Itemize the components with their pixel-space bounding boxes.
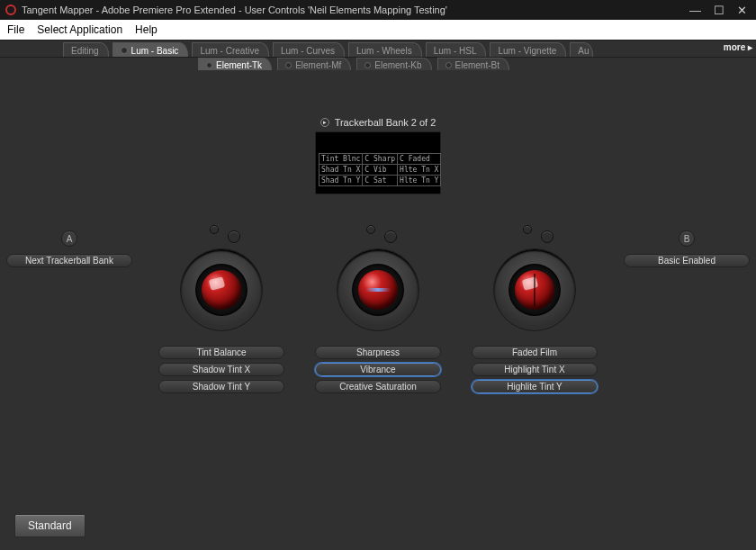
a-button-label[interactable]: Next Trackerball Bank — [6, 254, 132, 267]
trackerball-2: Sharpness Vibrance Creative Saturation — [310, 225, 446, 397]
subtab-element-kb[interactable]: Element-Kb — [356, 58, 431, 70]
tab-lum-vignette[interactable]: Lum - Vignette — [490, 42, 566, 57]
menubar: File Select Application Help — [0, 20, 756, 40]
standard-button[interactable]: Standard — [14, 514, 86, 537]
tab-lum-curves[interactable]: Lum - Curves — [273, 42, 345, 57]
ball3-ring[interactable] — [493, 248, 576, 331]
tab-editing[interactable]: Editing — [63, 42, 109, 57]
ball1-btn-side[interactable] — [228, 230, 240, 243]
subtab-element-tk[interactable]: Element-Tk — [198, 58, 272, 70]
lcd-cell: C Vib — [363, 165, 398, 176]
b-button[interactable]: B — [679, 230, 695, 247]
ball3-label-2[interactable]: Highlite Tint Y — [472, 380, 598, 393]
lcd-cell: Shad Tn X — [320, 165, 363, 176]
minimize-icon[interactable]: — — [689, 4, 701, 17]
menu-select-application[interactable]: Select Application — [37, 23, 122, 36]
maximize-icon[interactable]: ☐ — [714, 4, 724, 17]
tab-audio-cut[interactable]: Au — [570, 42, 593, 57]
ball2-btn-side[interactable] — [384, 230, 397, 243]
bank-indicator: ▸ Trackerball Bank 2 of 2 — [0, 117, 756, 128]
lcd-cell: C Faded — [398, 154, 441, 165]
tabstrip-modes: Editing Lum - Basic Lum - Creative Lum -… — [0, 40, 756, 58]
titlebar: Tangent Mapper - Adobe Premiere Pro Exte… — [0, 0, 756, 20]
tabstrip-elements: Element-Tk Element-Mf Element-Kb Element… — [0, 58, 756, 74]
tab-lum-hsl[interactable]: Lum - HSL — [426, 42, 487, 57]
window-title: Tangent Mapper - Adobe Premiere Pro Exte… — [22, 5, 447, 15]
side-b: B Basic Enabled — [624, 230, 750, 271]
ball2-label-2[interactable]: Creative Saturation — [315, 380, 441, 393]
subtab-element-bt[interactable]: Element-Bt — [437, 58, 509, 70]
app-icon — [5, 5, 16, 15]
ball1-btn-top[interactable] — [210, 225, 219, 234]
bank-label-text: Trackerball Bank 2 of 2 — [335, 117, 436, 128]
ball2-label-0[interactable]: Sharpness — [315, 346, 441, 359]
a-button[interactable]: A — [61, 230, 77, 247]
ball3-btn-top[interactable] — [523, 225, 532, 234]
lcd-cell: C Sharp — [363, 154, 398, 165]
ball1-label-1[interactable]: Shadow Tint X — [158, 363, 284, 376]
ball3-label-1[interactable]: Highlight Tint X — [472, 363, 598, 376]
lcd-cell: Shad Tn Y — [320, 176, 363, 186]
lcd-cell: Hlte Tn Y — [398, 176, 441, 186]
tab-lum-wheels[interactable]: Lum - Wheels — [348, 42, 422, 57]
menu-help[interactable]: Help — [135, 23, 158, 36]
tab-lum-basic[interactable]: Lum - Basic — [112, 42, 189, 57]
lcd-cell: Hlte Tn X — [398, 165, 441, 176]
subtab-element-mf[interactable]: Element-Mf — [277, 58, 351, 70]
footer: Standard — [14, 514, 86, 537]
ball3[interactable] — [515, 270, 554, 310]
trackerball-3: Faded Film Highlight Tint X Highlite Tin… — [467, 225, 602, 397]
ball2-btn-top[interactable] — [366, 225, 375, 234]
side-a: A Next Trackerball Bank — [6, 230, 132, 271]
lcd-preview: Tint Blnc C Sharp C Faded Shad Tn X C Vi… — [315, 131, 441, 194]
ball1-ring[interactable] — [180, 248, 263, 331]
ball3-label-0[interactable]: Faded Film — [472, 346, 598, 359]
ball2[interactable] — [358, 270, 398, 310]
close-icon[interactable]: ✕ — [737, 4, 747, 17]
trackerball-1: Tint Balance Shadow Tint X Shadow Tint Y — [154, 225, 289, 397]
ball2-label-1[interactable]: Vibrance — [315, 363, 441, 376]
bank-next-icon[interactable]: ▸ — [320, 118, 329, 127]
b-button-label[interactable]: Basic Enabled — [624, 254, 750, 267]
ball1-label-2[interactable]: Shadow Tint Y — [158, 380, 284, 393]
trackerball-row: A Next Trackerball Bank Tint Balance Sha… — [0, 225, 756, 397]
tab-lum-creative[interactable]: Lum - Creative — [192, 42, 269, 57]
lcd-cell: C Sat — [363, 176, 398, 186]
ball2-ring[interactable] — [337, 248, 419, 331]
ball1-label-0[interactable]: Tint Balance — [158, 346, 284, 359]
ball3-btn-side[interactable] — [541, 230, 554, 243]
tabs-more[interactable]: more ▸ — [724, 42, 752, 52]
lcd-cell: Tint Blnc — [320, 154, 363, 165]
menu-file[interactable]: File — [7, 23, 24, 36]
ball1[interactable] — [202, 270, 241, 310]
